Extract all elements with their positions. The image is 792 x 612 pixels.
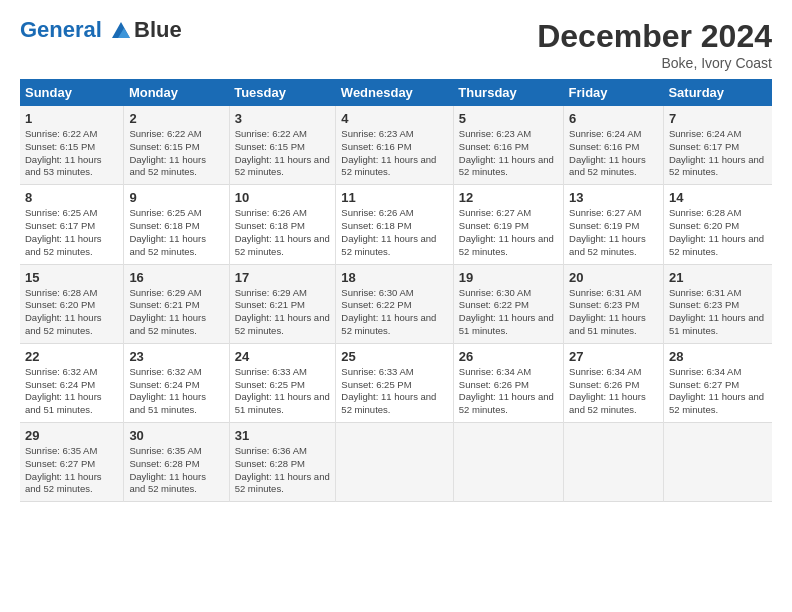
day-number: 16: [129, 270, 223, 285]
day-number: 30: [129, 428, 223, 443]
day-info: Sunrise: 6:22 AMSunset: 6:15 PMDaylight:…: [235, 128, 331, 179]
day-cell: 17Sunrise: 6:29 AMSunset: 6:21 PMDayligh…: [229, 264, 336, 343]
day-cell: 10Sunrise: 6:26 AMSunset: 6:18 PMDayligh…: [229, 185, 336, 264]
day-cell: 30Sunrise: 6:35 AMSunset: 6:28 PMDayligh…: [124, 423, 229, 502]
day-info: Sunrise: 6:26 AMSunset: 6:18 PMDaylight:…: [235, 207, 331, 258]
day-info: Sunrise: 6:22 AMSunset: 6:15 PMDaylight:…: [25, 128, 118, 179]
day-info: Sunrise: 6:36 AMSunset: 6:28 PMDaylight:…: [235, 445, 331, 496]
day-info: Sunrise: 6:30 AMSunset: 6:22 PMDaylight:…: [459, 287, 558, 338]
day-info: Sunrise: 6:34 AMSunset: 6:26 PMDaylight:…: [569, 366, 658, 417]
day-info: Sunrise: 6:31 AMSunset: 6:23 PMDaylight:…: [669, 287, 767, 338]
logo-blue: Blue: [134, 18, 182, 42]
day-info: Sunrise: 6:23 AMSunset: 6:16 PMDaylight:…: [341, 128, 447, 179]
day-info: Sunrise: 6:28 AMSunset: 6:20 PMDaylight:…: [669, 207, 767, 258]
day-number: 28: [669, 349, 767, 364]
day-cell: 28Sunrise: 6:34 AMSunset: 6:27 PMDayligh…: [663, 343, 772, 422]
day-info: Sunrise: 6:32 AMSunset: 6:24 PMDaylight:…: [25, 366, 118, 417]
day-number: 6: [569, 111, 658, 126]
day-number: 25: [341, 349, 447, 364]
day-info: Sunrise: 6:30 AMSunset: 6:22 PMDaylight:…: [341, 287, 447, 338]
day-info: Sunrise: 6:33 AMSunset: 6:25 PMDaylight:…: [235, 366, 331, 417]
day-number: 7: [669, 111, 767, 126]
header-sunday: Sunday: [20, 79, 124, 106]
day-number: 26: [459, 349, 558, 364]
day-cell: 31Sunrise: 6:36 AMSunset: 6:28 PMDayligh…: [229, 423, 336, 502]
day-number: 23: [129, 349, 223, 364]
day-info: Sunrise: 6:23 AMSunset: 6:16 PMDaylight:…: [459, 128, 558, 179]
day-info: Sunrise: 6:29 AMSunset: 6:21 PMDaylight:…: [129, 287, 223, 338]
day-cell: 22Sunrise: 6:32 AMSunset: 6:24 PMDayligh…: [20, 343, 124, 422]
day-cell: 14Sunrise: 6:28 AMSunset: 6:20 PMDayligh…: [663, 185, 772, 264]
main-title: December 2024: [537, 18, 772, 55]
day-number: 3: [235, 111, 331, 126]
day-cell: 23Sunrise: 6:32 AMSunset: 6:24 PMDayligh…: [124, 343, 229, 422]
logo-general: General: [20, 17, 102, 42]
day-info: Sunrise: 6:24 AMSunset: 6:16 PMDaylight:…: [569, 128, 658, 179]
day-cell: 19Sunrise: 6:30 AMSunset: 6:22 PMDayligh…: [453, 264, 563, 343]
day-info: Sunrise: 6:31 AMSunset: 6:23 PMDaylight:…: [569, 287, 658, 338]
header-monday: Monday: [124, 79, 229, 106]
week-row-1: 1Sunrise: 6:22 AMSunset: 6:15 PMDaylight…: [20, 106, 772, 185]
page: General Blue December 2024 Boke, Ivory C…: [0, 0, 792, 512]
day-cell: 1Sunrise: 6:22 AMSunset: 6:15 PMDaylight…: [20, 106, 124, 185]
day-number: 12: [459, 190, 558, 205]
day-number: 9: [129, 190, 223, 205]
day-info: Sunrise: 6:32 AMSunset: 6:24 PMDaylight:…: [129, 366, 223, 417]
day-cell: 4Sunrise: 6:23 AMSunset: 6:16 PMDaylight…: [336, 106, 453, 185]
subtitle: Boke, Ivory Coast: [537, 55, 772, 71]
day-cell: 15Sunrise: 6:28 AMSunset: 6:20 PMDayligh…: [20, 264, 124, 343]
day-number: 14: [669, 190, 767, 205]
day-info: Sunrise: 6:27 AMSunset: 6:19 PMDaylight:…: [459, 207, 558, 258]
day-number: 5: [459, 111, 558, 126]
day-number: 19: [459, 270, 558, 285]
day-info: Sunrise: 6:34 AMSunset: 6:26 PMDaylight:…: [459, 366, 558, 417]
day-cell: 25Sunrise: 6:33 AMSunset: 6:25 PMDayligh…: [336, 343, 453, 422]
day-number: 29: [25, 428, 118, 443]
day-info: Sunrise: 6:34 AMSunset: 6:27 PMDaylight:…: [669, 366, 767, 417]
header-friday: Friday: [564, 79, 664, 106]
header-tuesday: Tuesday: [229, 79, 336, 106]
day-cell: 8Sunrise: 6:25 AMSunset: 6:17 PMDaylight…: [20, 185, 124, 264]
week-row-5: 29Sunrise: 6:35 AMSunset: 6:27 PMDayligh…: [20, 423, 772, 502]
day-cell: 13Sunrise: 6:27 AMSunset: 6:19 PMDayligh…: [564, 185, 664, 264]
title-section: December 2024 Boke, Ivory Coast: [537, 18, 772, 71]
day-cell: 5Sunrise: 6:23 AMSunset: 6:16 PMDaylight…: [453, 106, 563, 185]
day-cell: 29Sunrise: 6:35 AMSunset: 6:27 PMDayligh…: [20, 423, 124, 502]
day-cell: 2Sunrise: 6:22 AMSunset: 6:15 PMDaylight…: [124, 106, 229, 185]
header-thursday: Thursday: [453, 79, 563, 106]
header-wednesday: Wednesday: [336, 79, 453, 106]
header: General Blue December 2024 Boke, Ivory C…: [20, 18, 772, 71]
day-cell: 9Sunrise: 6:25 AMSunset: 6:18 PMDaylight…: [124, 185, 229, 264]
day-number: 27: [569, 349, 658, 364]
day-info: Sunrise: 6:29 AMSunset: 6:21 PMDaylight:…: [235, 287, 331, 338]
day-cell: 6Sunrise: 6:24 AMSunset: 6:16 PMDaylight…: [564, 106, 664, 185]
week-row-3: 15Sunrise: 6:28 AMSunset: 6:20 PMDayligh…: [20, 264, 772, 343]
day-cell: 12Sunrise: 6:27 AMSunset: 6:19 PMDayligh…: [453, 185, 563, 264]
day-cell: 16Sunrise: 6:29 AMSunset: 6:21 PMDayligh…: [124, 264, 229, 343]
day-cell: 3Sunrise: 6:22 AMSunset: 6:15 PMDaylight…: [229, 106, 336, 185]
day-cell: 20Sunrise: 6:31 AMSunset: 6:23 PMDayligh…: [564, 264, 664, 343]
day-number: 22: [25, 349, 118, 364]
day-cell: [453, 423, 563, 502]
day-cell: [564, 423, 664, 502]
day-number: 21: [669, 270, 767, 285]
day-cell: 27Sunrise: 6:34 AMSunset: 6:26 PMDayligh…: [564, 343, 664, 422]
day-cell: 24Sunrise: 6:33 AMSunset: 6:25 PMDayligh…: [229, 343, 336, 422]
day-cell: [336, 423, 453, 502]
day-info: Sunrise: 6:28 AMSunset: 6:20 PMDaylight:…: [25, 287, 118, 338]
day-number: 10: [235, 190, 331, 205]
day-number: 31: [235, 428, 331, 443]
logo-icon: [110, 20, 132, 42]
day-info: Sunrise: 6:25 AMSunset: 6:17 PMDaylight:…: [25, 207, 118, 258]
day-number: 18: [341, 270, 447, 285]
day-info: Sunrise: 6:26 AMSunset: 6:18 PMDaylight:…: [341, 207, 447, 258]
day-number: 17: [235, 270, 331, 285]
day-number: 2: [129, 111, 223, 126]
day-number: 24: [235, 349, 331, 364]
day-number: 20: [569, 270, 658, 285]
day-info: Sunrise: 6:35 AMSunset: 6:28 PMDaylight:…: [129, 445, 223, 496]
day-cell: 21Sunrise: 6:31 AMSunset: 6:23 PMDayligh…: [663, 264, 772, 343]
day-cell: [663, 423, 772, 502]
day-info: Sunrise: 6:25 AMSunset: 6:18 PMDaylight:…: [129, 207, 223, 258]
day-number: 15: [25, 270, 118, 285]
